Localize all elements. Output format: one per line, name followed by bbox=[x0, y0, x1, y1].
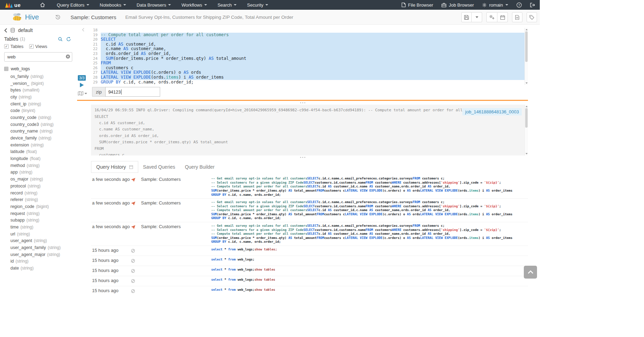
tab-query-history[interactable]: Query History bbox=[91, 161, 138, 173]
editor-scrollbar[interactable] bbox=[525, 28, 528, 85]
column-item[interactable]: city(string) bbox=[10, 94, 77, 101]
resize-handle[interactable] bbox=[77, 101, 528, 105]
column-item[interactable]: os_family(string) bbox=[10, 73, 77, 80]
nav-sign-out[interactable] bbox=[526, 0, 539, 10]
column-item[interactable]: user_agent_family(string) bbox=[10, 244, 77, 251]
column-item[interactable]: os_major(string) bbox=[10, 176, 77, 183]
column-item[interactable]: user_agent_major(string) bbox=[10, 251, 77, 258]
nav-menu-workflows[interactable]: Workflows bbox=[176, 0, 212, 10]
history-row[interactable]: 15 hours agoselect * from web_logs;show … bbox=[91, 246, 528, 256]
scroll-to-top-button[interactable] bbox=[524, 266, 537, 279]
nav-menu-notebooks[interactable]: Notebooks bbox=[94, 0, 131, 10]
filter-tables[interactable]: ✓Tables bbox=[4, 44, 24, 49]
column-item[interactable]: protocol(string) bbox=[10, 183, 77, 190]
history-query[interactable]: -- Get email survey opt-in values for al… bbox=[211, 177, 528, 197]
nav-menu-data-browsers[interactable]: Data Browsers bbox=[131, 0, 176, 10]
collapse-assist-icon[interactable] bbox=[82, 28, 84, 32]
database-name[interactable]: default bbox=[18, 27, 33, 33]
sql-token: FROM bbox=[413, 200, 420, 204]
sql-token: * bbox=[223, 268, 228, 271]
column-item[interactable]: app(string) bbox=[10, 169, 77, 176]
nav-menu-query-editors[interactable]: Query Editors bbox=[52, 0, 94, 10]
history-query[interactable]: -- Get email survey opt-in values for al… bbox=[211, 224, 528, 244]
scroll-down-arrow[interactable] bbox=[526, 82, 528, 84]
new-document-button[interactable] bbox=[512, 12, 522, 22]
column-item[interactable]: referer(string) bbox=[10, 196, 77, 203]
column-item[interactable]: user_agent(string) bbox=[10, 238, 77, 244]
column-item[interactable]: country_code(string) bbox=[10, 114, 77, 121]
job-link[interactable]: job_1461888648136_0003 bbox=[462, 108, 522, 115]
nav-menu-search[interactable]: Search bbox=[212, 0, 242, 10]
column-item[interactable]: latitude(float) bbox=[10, 149, 77, 155]
column-item[interactable]: record(string) bbox=[10, 190, 77, 196]
sql-token: AS bbox=[369, 208, 373, 212]
search-icon[interactable] bbox=[58, 37, 63, 41]
query-history-icon[interactable] bbox=[55, 14, 61, 20]
column-item[interactable]: id(string) bbox=[10, 258, 77, 265]
tags-button[interactable] bbox=[527, 12, 537, 22]
save-button[interactable] bbox=[461, 12, 472, 22]
column-item[interactable]: device_family(string) bbox=[10, 135, 77, 142]
history-query[interactable]: select * from web_logs;show tables bbox=[211, 278, 528, 282]
table-filter-input[interactable] bbox=[4, 52, 72, 62]
history-row[interactable]: 15 hours agoselect * from web_logs;show … bbox=[91, 276, 528, 286]
home-button[interactable] bbox=[35, 0, 50, 10]
column-item[interactable]: extension(string) bbox=[10, 142, 77, 149]
history-query[interactable]: select * from web_logs; bbox=[211, 258, 528, 262]
nav-menu-security[interactable]: Security bbox=[242, 0, 273, 10]
hue-logo[interactable]: ue bbox=[0, 0, 26, 10]
history-query[interactable]: select * from web_logs;show tables; bbox=[211, 248, 528, 252]
history-query[interactable]: select * from web_logs;show tables bbox=[211, 268, 528, 272]
execute-icon[interactable] bbox=[80, 82, 84, 88]
schedule-button[interactable] bbox=[497, 12, 508, 22]
editor-options-button[interactable] bbox=[78, 91, 87, 96]
save-options-button[interactable] bbox=[472, 12, 482, 22]
column-item[interactable]: date(string) bbox=[10, 265, 77, 272]
refresh-icon[interactable] bbox=[66, 37, 71, 41]
table-name: web_logs bbox=[11, 66, 30, 71]
column-item[interactable]: _version_(bigint) bbox=[10, 80, 77, 87]
column-item[interactable]: request(string) bbox=[10, 210, 77, 217]
column-item[interactable]: code(tinyint) bbox=[10, 107, 77, 114]
scroll-thumb[interactable] bbox=[525, 31, 528, 62]
column-item[interactable]: url(string) bbox=[10, 231, 77, 238]
resize-handle[interactable] bbox=[77, 155, 528, 159]
column-item[interactable]: method(string) bbox=[10, 162, 77, 169]
tab-query-builder[interactable]: Query Builder bbox=[180, 161, 220, 172]
clear-filter-icon[interactable] bbox=[66, 54, 70, 59]
nav-file-browser[interactable]: File Browser bbox=[397, 0, 437, 10]
settings-button[interactable] bbox=[486, 12, 497, 22]
table-item-web-logs[interactable]: web_logs bbox=[0, 65, 77, 72]
column-name: country_code3 bbox=[10, 122, 39, 127]
column-item[interactable]: longitude(float) bbox=[10, 155, 77, 162]
column-item[interactable]: client_ip(string) bbox=[10, 101, 77, 107]
column-item[interactable]: bytes(smallint) bbox=[10, 87, 77, 94]
history-query[interactable]: select * from web_logs;show tables bbox=[211, 288, 528, 292]
history-row[interactable]: 15 hours agoselect * from web_logs;show … bbox=[91, 286, 528, 296]
history-row[interactable]: a few seconds agoSample: Customers-- Get… bbox=[91, 175, 528, 198]
nav-help[interactable]: ? bbox=[512, 0, 526, 10]
sql-token: customers c bbox=[324, 189, 345, 192]
column-item[interactable]: time(string) bbox=[10, 224, 77, 231]
history-row[interactable]: 15 hours agoselect * from web_logs; bbox=[91, 256, 528, 266]
column-item[interactable]: country_name(string) bbox=[10, 128, 77, 135]
filter-views[interactable]: ✓Views bbox=[29, 44, 47, 49]
scroll-up-arrow[interactable] bbox=[526, 29, 528, 30]
column-item[interactable]: region_code(bigint) bbox=[10, 203, 77, 210]
log-scrollbar[interactable] bbox=[525, 105, 528, 155]
variable-input[interactable]: 94123 bbox=[105, 87, 160, 97]
history-row[interactable]: 15 hours agoselect * from web_logs;show … bbox=[91, 266, 528, 276]
history-query[interactable]: -- Get email survey opt-in values for al… bbox=[211, 200, 528, 220]
history-row[interactable]: a few seconds agoSample: Customers-- Get… bbox=[91, 222, 528, 246]
column-item[interactable]: subapp(string) bbox=[10, 217, 77, 224]
tab-saved-queries[interactable]: Saved Queries bbox=[138, 161, 180, 172]
column-item[interactable]: country_code3(string) bbox=[10, 121, 77, 128]
nav-job-browser[interactable]: Job Browser bbox=[437, 0, 478, 10]
back-icon[interactable] bbox=[4, 28, 7, 33]
scroll-thumb[interactable] bbox=[525, 108, 528, 128]
history-row[interactable]: a few seconds agoSample: Customers-- Get… bbox=[91, 198, 528, 222]
scroll-up-arrow[interactable] bbox=[526, 106, 528, 107]
nav-user-menu[interactable]: romain bbox=[478, 0, 512, 10]
code-editor[interactable]: 1819-- Compute total amount per order fo… bbox=[91, 25, 528, 85]
scroll-down-arrow[interactable] bbox=[526, 153, 528, 154]
